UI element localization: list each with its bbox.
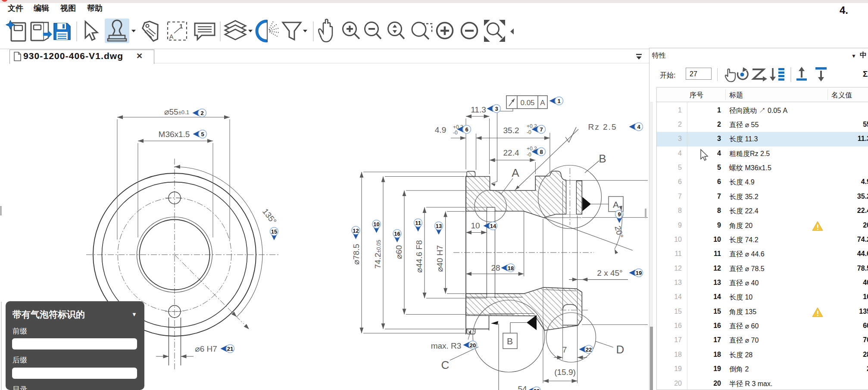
svg-text:A: A [512, 166, 519, 179]
svg-text:⌀6 H7: ⌀6 H7 [195, 344, 217, 353]
svg-text:(15.9): (15.9) [554, 368, 576, 377]
svg-text:22: 22 [586, 346, 592, 353]
svg-text:A: A [613, 200, 619, 209]
svg-text:7: 7 [540, 126, 543, 133]
svg-text:⌀55±0.1: ⌀55±0.1 [164, 107, 189, 116]
svg-text:max. R3: max. R3 [431, 341, 462, 350]
svg-text:11.3: 11.3 [471, 105, 486, 114]
svg-text:19: 19 [636, 270, 642, 276]
svg-text:3: 3 [495, 106, 498, 112]
svg-text:13: 13 [436, 223, 442, 229]
svg-text:4: 4 [637, 124, 640, 130]
svg-text:11: 11 [415, 220, 421, 226]
svg-text:⌀60: ⌀60 [394, 245, 403, 259]
svg-text:10: 10 [373, 221, 379, 228]
svg-text:⌀78.5: ⌀78.5 [352, 244, 361, 265]
svg-text:15: 15 [271, 228, 277, 235]
svg-text:18: 18 [508, 265, 514, 271]
svg-text:16: 16 [394, 231, 400, 237]
svg-text:7: 7 [562, 345, 567, 354]
svg-text:21: 21 [227, 346, 233, 352]
svg-text:6: 6 [465, 126, 468, 133]
svg-text:M36x1.5: M36x1.5 [159, 130, 190, 139]
svg-text:B: B [507, 336, 513, 346]
svg-text:-0: -0 [527, 152, 531, 158]
svg-text:2: 2 [200, 110, 203, 116]
svg-text:20: 20 [470, 342, 476, 349]
svg-text:28: 28 [491, 263, 500, 272]
svg-text:1: 1 [557, 98, 560, 104]
svg-text:D: D [616, 343, 624, 356]
svg-text:2 x 45°: 2 x 45° [597, 268, 622, 278]
svg-text:-0: -0 [453, 130, 458, 136]
svg-text:23: 23 [534, 388, 540, 390]
svg-text:-0: -0 [527, 129, 531, 135]
svg-text:22.4: 22.4 [503, 148, 519, 157]
svg-text:⌀40 H7: ⌀40 H7 [435, 245, 444, 272]
svg-text:0.05: 0.05 [520, 99, 534, 107]
svg-text:B: B [599, 152, 606, 165]
svg-text:9: 9 [618, 211, 621, 218]
svg-text:135°: 135° [261, 207, 278, 226]
svg-text:35.2: 35.2 [503, 126, 519, 135]
svg-text:12: 12 [353, 228, 359, 234]
svg-text:8: 8 [540, 149, 543, 155]
svg-text:10: 10 [471, 221, 480, 230]
svg-text:A: A [540, 99, 545, 107]
svg-text:⌀44.6 F8: ⌀44.6 F8 [415, 240, 424, 273]
svg-text:74.2±0.05: 74.2±0.05 [373, 240, 382, 268]
svg-text:5: 5 [201, 131, 204, 137]
svg-text:54: 54 [518, 384, 527, 390]
svg-text:C: C [441, 359, 450, 371]
svg-text:20°: 20° [613, 225, 625, 239]
svg-text:4.9: 4.9 [435, 125, 446, 134]
svg-text:Rz 2.5: Rz 2.5 [588, 122, 617, 131]
svg-text:14: 14 [490, 223, 496, 229]
